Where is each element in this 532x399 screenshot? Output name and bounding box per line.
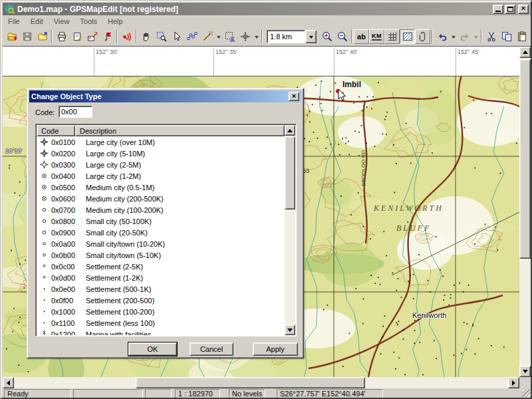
chevron-down-icon	[217, 36, 221, 41]
gps-antenna-button[interactable]	[119, 29, 134, 44]
row-description: Small city (20-50K)	[86, 229, 148, 237]
properties-button[interactable]	[69, 29, 84, 44]
zoom-select-button[interactable]	[154, 29, 169, 44]
trim-object-button[interactable]	[222, 29, 237, 44]
grid-toggle-button[interactable]	[384, 29, 400, 44]
list-body[interactable]: 0x0100Large city (over 10M)0x0200Large c…	[37, 136, 285, 335]
cut-button[interactable]	[483, 29, 499, 44]
minimize-button[interactable]	[493, 5, 503, 14]
list-scroll-thumb[interactable]	[285, 136, 295, 209]
undo-icon	[437, 31, 448, 42]
column-description[interactable]: Description	[75, 125, 285, 136]
move-object-dropdown-button[interactable]	[253, 29, 260, 44]
paste-button[interactable]	[514, 29, 529, 44]
title-bar[interactable]: Demo1.map - GPSMapEdit [not registered] …	[3, 3, 531, 15]
dialog-close-button[interactable]: ×	[289, 92, 299, 101]
scale-combobox-dropdown-button[interactable]	[305, 30, 317, 43]
redo-dropdown-button[interactable]	[472, 29, 479, 44]
list-scroll-down-button[interactable]	[285, 325, 295, 335]
table-row[interactable]: 0x0400Large city (1-2M)	[37, 170, 285, 182]
scale-combobox[interactable]: 1.8 km	[267, 30, 317, 43]
list-scroll-up-button[interactable]	[285, 125, 295, 136]
table-row[interactable]: 0x0800Small city (50-100K)	[37, 215, 285, 227]
table-row[interactable]: 0x0a00Small city/town (10-20K)	[37, 238, 285, 249]
save-map-button[interactable]	[19, 29, 35, 44]
ok-button[interactable]: OK	[128, 342, 177, 356]
toolbar-separator	[351, 30, 352, 43]
print-button[interactable]	[54, 29, 69, 44]
magic-wand-button[interactable]	[200, 29, 215, 44]
attach-toggle-button[interactable]	[415, 29, 430, 44]
table-row[interactable]: 0x0100Large city (over 10M)	[37, 136, 285, 148]
magic-wand-dropdown-button[interactable]	[215, 29, 222, 44]
scroll-right-button[interactable]	[508, 377, 519, 388]
table-row[interactable]: 0x1100Settlement (less 100)	[37, 317, 285, 329]
labels-toggle-button[interactable]: ab	[354, 29, 369, 44]
undo-button[interactable]	[434, 29, 450, 44]
list-scrollbar[interactable]	[285, 125, 295, 335]
map-viewport[interactable]: 152° 30'152° 35'152° 40'152° 45' ImbilBR…	[3, 47, 531, 388]
menu-file[interactable]: File	[3, 16, 25, 27]
move-object-icon	[240, 31, 251, 42]
pan-hand-button[interactable]	[138, 29, 154, 44]
menu-help[interactable]: Help	[102, 16, 128, 27]
select-arrow-button[interactable]	[169, 29, 184, 44]
table-row[interactable]: 0x0e00Settlement (500-1K)	[37, 283, 285, 295]
scale-bar-toggle-button[interactable]: KM	[369, 29, 384, 44]
table-row[interactable]: 0x1200Marina with facilities	[37, 329, 285, 335]
hatch-toggle-button[interactable]	[400, 29, 415, 44]
scale-combobox-value[interactable]: 1.8 km	[267, 30, 305, 43]
meridian-tick	[213, 48, 214, 76]
hatch-toggle-icon	[402, 31, 413, 42]
code-input[interactable]: 0x00	[59, 106, 92, 118]
close-button[interactable]: ×	[518, 5, 529, 14]
maximize-button[interactable]	[505, 5, 515, 14]
status-scale: 1 : 182970	[175, 389, 220, 398]
vscroll-thumb[interactable]	[519, 59, 531, 259]
arrow-down-icon	[523, 370, 528, 376]
undo-dropdown-button[interactable]	[450, 29, 457, 44]
column-code[interactable]: Code	[37, 125, 75, 136]
zoom-out-button[interactable]	[334, 29, 350, 44]
scroll-left-button[interactable]	[3, 377, 14, 388]
menu-edit[interactable]: Edit	[25, 16, 49, 27]
table-row[interactable]: 0x0700Medium city (100-200K)	[37, 204, 285, 215]
row-code: 0x0300	[51, 161, 86, 169]
open-map-button[interactable]	[4, 29, 19, 44]
meridian-label: 152° 40'	[336, 49, 358, 55]
table-row[interactable]: 0x0d00Settlement (1-2K)	[37, 272, 285, 283]
verify-addresses-button[interactable]	[84, 29, 100, 44]
apply-button[interactable]: Apply	[253, 342, 298, 356]
menu-tools[interactable]: Tools	[74, 16, 102, 27]
resize-grip[interactable]	[522, 390, 531, 398]
dialog-title-bar[interactable]: Change Object Type ×	[29, 90, 301, 102]
table-row[interactable]: 0x0500Medium city (0.5-1M)	[37, 182, 285, 193]
zoom-select-icon	[156, 31, 167, 42]
hscroll-thumb[interactable]	[136, 377, 365, 388]
draw-polyline-button[interactable]	[184, 29, 200, 44]
scroll-up-button[interactable]	[519, 47, 531, 58]
table-row[interactable]: 0x0f00Settlement (200-500)	[37, 295, 285, 306]
table-row[interactable]: 0x0b00Small city/town (5-10K)	[37, 249, 285, 261]
bullseye-icon	[37, 183, 51, 192]
menu-view[interactable]: View	[49, 16, 75, 27]
table-row[interactable]: 0x1000Settlement (100-200)	[37, 306, 285, 317]
zoom-in-button[interactable]	[319, 29, 334, 44]
cancel-button[interactable]: Cancel	[190, 342, 233, 356]
horizontal-scrollbar[interactable]	[3, 377, 519, 388]
table-row[interactable]: 0x0c00Settlement (2-5K)	[37, 261, 285, 272]
upload-gps-button[interactable]	[100, 29, 115, 44]
table-row[interactable]: 0x0300Large city (2-5M)	[37, 159, 285, 170]
table-row[interactable]: 0x0600Medium city (200-500K)	[37, 193, 285, 204]
move-object-button[interactable]	[237, 29, 253, 44]
close-map-button[interactable]	[35, 29, 50, 44]
toolbar-separator	[481, 30, 482, 43]
table-row[interactable]: 0x0200Large city (5-10M)	[37, 148, 285, 159]
copy-button[interactable]	[499, 29, 514, 44]
object-type-list[interactable]: Code Description 0x0100Large city (over …	[35, 124, 297, 336]
vertical-scrollbar[interactable]	[519, 47, 531, 377]
meridian-label: 152° 45'	[458, 49, 479, 55]
table-row[interactable]: 0x0900Small city (20-50K)	[37, 227, 285, 238]
redo-button[interactable]	[457, 29, 472, 44]
scroll-down-button[interactable]	[519, 366, 531, 377]
